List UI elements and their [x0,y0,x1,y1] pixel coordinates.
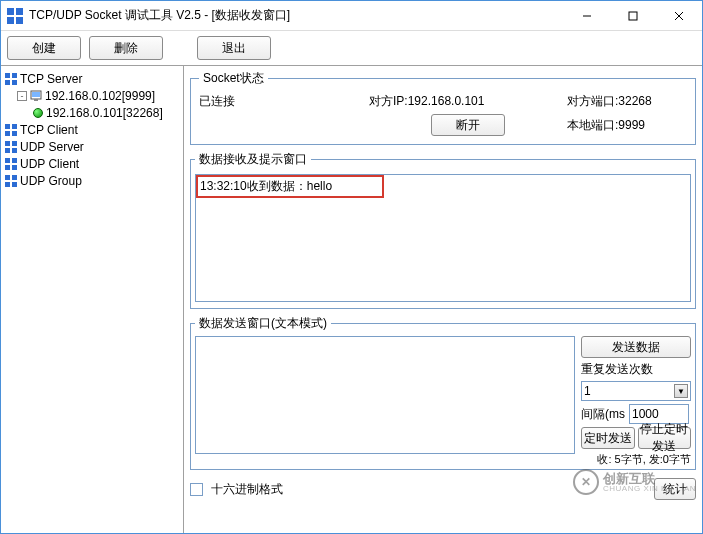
tree-node-udp-group[interactable]: UDP Group [3,172,181,189]
svg-rect-19 [5,141,10,146]
disconnect-button[interactable]: 断开 [431,114,505,136]
title-bar: TCP/UDP Socket 调试工具 V2.5 - [数据收发窗口] [1,1,702,31]
collapse-icon[interactable]: - [17,91,27,101]
window-title: TCP/UDP Socket 调试工具 V2.5 - [数据收发窗口] [29,7,564,24]
svg-rect-10 [5,80,10,85]
create-button[interactable]: 创建 [7,36,81,60]
tree-label: TCP Client [20,123,78,137]
status-label: 已连接 [199,93,369,110]
svg-rect-11 [12,80,17,85]
svg-rect-1 [16,8,23,15]
svg-rect-23 [5,158,10,163]
svg-rect-17 [5,131,10,136]
minimize-button[interactable] [564,1,610,31]
send-controls: 发送数据 重复发送次数 1 ▼ 间隔(ms 定时发送 停止定时发送 收: 5字节… [581,336,691,467]
svg-rect-3 [16,17,23,24]
socket-legend: Socket状态 [199,70,268,87]
connection-tree[interactable]: TCP Server - 192.168.0.102[9999] 192.168… [1,66,184,533]
svg-rect-2 [7,17,14,24]
svg-rect-18 [12,131,17,136]
host-icon [30,90,42,102]
stop-timed-send-button[interactable]: 停止定时发送 [638,427,692,449]
right-pane: Socket状态 已连接 对方IP:192.168.0.101 对方端口:322… [184,66,702,533]
hex-label: 十六进制格式 [211,481,283,498]
main-area: TCP Server - 192.168.0.102[9999] 192.168… [1,65,702,533]
svg-rect-5 [629,12,637,20]
svg-rect-0 [7,8,14,15]
tree-label: UDP Group [20,174,82,188]
hex-checkbox[interactable] [190,483,203,496]
receive-line: 13:32:10收到数据：hello [196,175,384,198]
timed-send-button[interactable]: 定时发送 [581,427,635,449]
stats-button[interactable]: 统计 [654,478,696,500]
server-icon [5,158,17,170]
receive-legend: 数据接收及提示窗口 [195,151,311,168]
send-legend: 数据发送窗口(文本模式) [195,315,331,332]
receive-textbox[interactable]: 13:32:10收到数据：hello [195,174,691,302]
svg-rect-27 [5,175,10,180]
svg-rect-9 [12,73,17,78]
app-icon [7,8,23,24]
server-icon [5,124,17,136]
svg-rect-22 [12,148,17,153]
receive-group: 数据接收及提示窗口 13:32:10收到数据：hello [190,151,696,309]
tree-label: 192.168.0.101[32268] [46,106,163,120]
repeat-label: 重复发送次数 [581,361,691,378]
svg-rect-26 [12,165,17,170]
delete-button[interactable]: 删除 [89,36,163,60]
send-textbox[interactable] [195,336,575,454]
repeat-count-combo[interactable]: 1 ▼ [581,381,691,401]
tree-label: 192.168.0.102[9999] [45,89,155,103]
tree-node-udp-client[interactable]: UDP Client [3,155,181,172]
svg-rect-28 [12,175,17,180]
svg-rect-24 [12,158,17,163]
toolbar: 创建 删除 退出 [1,31,702,65]
repeat-value: 1 [584,384,591,398]
tree-node-listener[interactable]: - 192.168.0.102[9999] [3,87,181,104]
svg-rect-29 [5,182,10,187]
svg-rect-20 [12,141,17,146]
bottom-row: 十六进制格式 统计 [190,476,696,500]
svg-rect-25 [5,165,10,170]
peer-ip-label: 对方IP:192.168.0.101 [369,93,567,110]
chevron-down-icon: ▼ [674,384,688,398]
svg-rect-30 [12,182,17,187]
svg-rect-21 [5,148,10,153]
svg-rect-13 [32,92,40,97]
svg-rect-8 [5,73,10,78]
tree-node-tcp-client[interactable]: TCP Client [3,121,181,138]
tree-node-connection[interactable]: 192.168.0.101[32268] [3,104,181,121]
maximize-button[interactable] [610,1,656,31]
tree-node-tcp-server[interactable]: TCP Server [3,70,181,87]
connected-icon [33,108,43,118]
send-group: 数据发送窗口(文本模式) 发送数据 重复发送次数 1 ▼ 间隔(ms 定时发送 [190,315,696,470]
tree-label: TCP Server [20,72,82,86]
svg-rect-14 [34,99,38,101]
server-icon [5,141,17,153]
tree-label: UDP Server [20,140,84,154]
svg-rect-16 [12,124,17,129]
local-port-label: 本地端口:9999 [567,117,687,134]
server-icon [5,73,17,85]
send-stats: 收: 5字节, 发:0字节 [581,452,691,467]
interval-label: 间隔(ms [581,406,625,423]
server-icon [5,175,17,187]
tree-node-udp-server[interactable]: UDP Server [3,138,181,155]
tree-label: UDP Client [20,157,79,171]
close-button[interactable] [656,1,702,31]
svg-rect-15 [5,124,10,129]
socket-status-group: Socket状态 已连接 对方IP:192.168.0.101 对方端口:322… [190,70,696,145]
send-data-button[interactable]: 发送数据 [581,336,691,358]
peer-port-label: 对方端口:32268 [567,93,687,110]
exit-button[interactable]: 退出 [197,36,271,60]
